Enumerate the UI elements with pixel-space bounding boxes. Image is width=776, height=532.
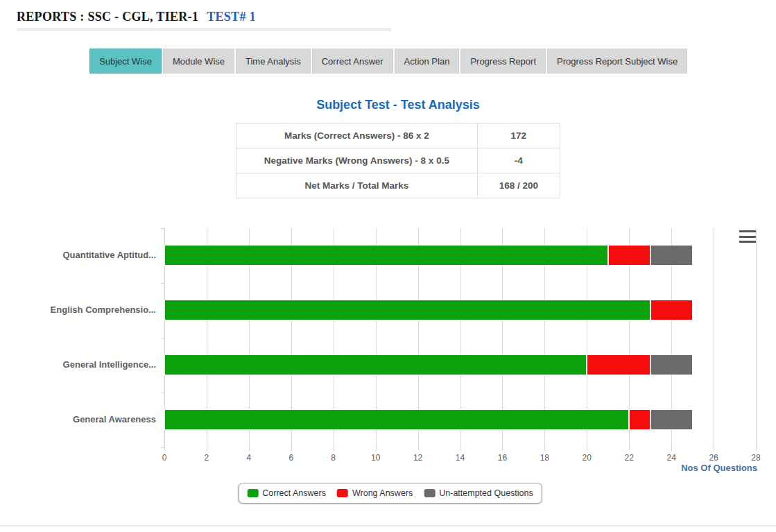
x-axis-label: 0 (154, 453, 175, 463)
legend-item-wrong-answers[interactable]: Wrong Answers (337, 488, 413, 498)
bar-segment-wrong-answers[interactable] (608, 245, 650, 266)
bar-segment-correct-answers[interactable] (164, 245, 608, 266)
bar-segment-un-attempted-questions[interactable] (650, 245, 693, 266)
bar-segment-correct-answers[interactable] (164, 300, 650, 320)
hamburger-menu-icon (739, 230, 756, 232)
legend-label: Un-attempted Questions (439, 488, 533, 498)
tab-progress-report[interactable]: Progress Report (460, 49, 546, 74)
tab-correct-answer[interactable]: Correct Answer (312, 49, 393, 74)
legend-label: Correct Answers (262, 488, 326, 498)
table-row: Net Marks / Total Marks168 / 200 (236, 173, 560, 198)
x-axis-tick (756, 447, 757, 451)
gridline (756, 228, 757, 447)
x-axis-tick (249, 447, 250, 451)
x-axis-tick (376, 447, 377, 451)
analysis-table: Marks (Correct Answers) - 86 x 2172Negat… (236, 123, 560, 198)
legend-swatch-icon (424, 489, 435, 497)
hamburger-menu-icon (739, 236, 756, 238)
category-label: Quantitative Aptitud... (14, 250, 156, 260)
x-axis-label: 6 (281, 453, 302, 463)
x-axis-tick (164, 447, 165, 451)
tab-module-wise[interactable]: Module Wise (163, 49, 234, 74)
legend-item-correct-answers[interactable]: Correct Answers (247, 488, 326, 498)
y-axis-tick (161, 283, 164, 284)
x-axis-tick (291, 447, 292, 451)
x-axis-tick (671, 447, 672, 451)
analysis-table-body: Marks (Correct Answers) - 86 x 2172Negat… (236, 123, 560, 198)
y-axis-tick (161, 338, 164, 338)
table-row: Marks (Correct Answers) - 86 x 2172 (236, 123, 560, 148)
x-axis-tick (418, 447, 419, 451)
section-title: Subject Test - Test Analysis (236, 98, 560, 112)
x-axis-label: 14 (450, 453, 471, 463)
x-axis-tick (502, 447, 503, 451)
subject-wise-chart: 0246810121416182022242628Quantitative Ap… (14, 218, 766, 510)
header-divider (17, 28, 391, 31)
bar-segment-correct-answers[interactable] (164, 409, 629, 430)
bar-segment-wrong-answers[interactable] (629, 409, 650, 430)
legend-item-un-attempted-questions[interactable]: Un-attempted Questions (424, 488, 533, 498)
x-axis-tick (587, 447, 587, 451)
x-axis-tick (460, 447, 461, 451)
row-label: Net Marks / Total Marks (236, 173, 478, 198)
category-label: General Intelligence... (14, 359, 156, 370)
page-title: REPORTS : SSC - CGL, TIER-1TEST# 1 (17, 10, 256, 24)
row-label: Negative Marks (Wrong Answers) - 8 x 0.5 (236, 148, 478, 173)
tab-time-analysis[interactable]: Time Analysis (236, 49, 311, 74)
row-value: 172 (477, 123, 560, 148)
y-axis-tick (161, 447, 164, 448)
x-axis-label: 8 (323, 453, 344, 463)
report-title: REPORTS : SSC - CGL, TIER-1 (17, 10, 198, 24)
report-page: REPORTS : SSC - CGL, TIER-1TEST# 1 Subje… (0, 0, 776, 532)
legend-swatch-icon (337, 489, 348, 497)
x-axis-label: 22 (619, 453, 639, 463)
chart-legend: Correct AnswersWrong AnswersUn-attempted… (238, 483, 542, 504)
bar-segment-correct-answers[interactable] (164, 354, 587, 375)
tab-subject-wise[interactable]: Subject Wise (89, 49, 162, 74)
export-menu-button[interactable] (739, 230, 756, 243)
x-axis-title: Nos Of Questions (681, 463, 757, 473)
x-axis-label: 4 (239, 453, 259, 463)
category-label: English Comprehensio... (14, 304, 156, 315)
bar-segment-un-attempted-questions[interactable] (650, 409, 693, 430)
tab-progress-report-subject-wise[interactable]: Progress Report Subject Wise (547, 49, 687, 74)
row-value: 168 / 200 (477, 173, 560, 198)
row-label: Marks (Correct Answers) - 86 x 2 (236, 123, 478, 148)
x-axis-tick (334, 447, 334, 451)
x-axis-label: 20 (576, 453, 597, 463)
bar-segment-wrong-answers[interactable] (587, 354, 650, 375)
x-axis-label: 28 (745, 453, 766, 463)
x-axis-label: 2 (196, 453, 217, 463)
x-axis-label: 12 (408, 453, 429, 463)
x-axis-label: 16 (492, 453, 512, 463)
x-axis-tick (544, 447, 545, 451)
hamburger-menu-icon (739, 241, 756, 243)
legend-label: Wrong Answers (352, 488, 413, 498)
test-number: TEST# 1 (207, 10, 256, 24)
row-value: -4 (477, 148, 560, 173)
y-axis-tick (161, 393, 164, 393)
bar-segment-un-attempted-questions[interactable] (650, 354, 693, 375)
gridline (714, 228, 714, 447)
table-row: Negative Marks (Wrong Answers) - 8 x 0.5… (236, 148, 560, 173)
y-axis-tick (161, 228, 164, 229)
x-axis-label: 10 (365, 453, 386, 463)
footer-divider (0, 525, 776, 526)
x-axis-label: 18 (534, 453, 555, 463)
tab-action-plan[interactable]: Action Plan (395, 49, 460, 74)
x-axis-label: 26 (703, 453, 724, 463)
x-axis-label: 24 (661, 453, 682, 463)
tab-bar: Subject WiseModule WiseTime AnalysisCorr… (89, 49, 687, 74)
bar-segment-wrong-answers[interactable] (650, 300, 693, 320)
x-axis-tick (207, 447, 207, 451)
x-axis-tick (714, 447, 714, 451)
category-label: General Awareness (14, 414, 156, 424)
legend-swatch-icon (247, 489, 258, 497)
x-axis-tick (629, 447, 630, 451)
